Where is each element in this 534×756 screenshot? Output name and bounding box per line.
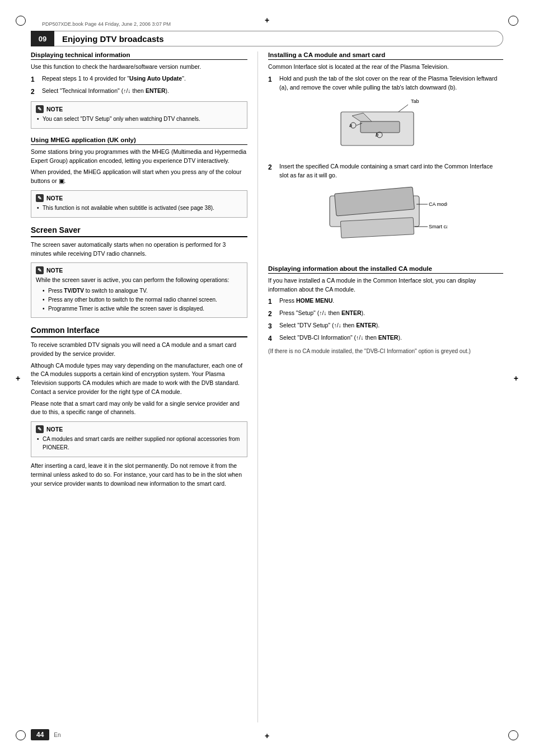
step-1-tech: 1 Repeat steps 1 to 4 provided for "Usin…	[31, 74, 247, 84]
body4-ci: After inserting a card, leave it in the …	[31, 462, 247, 488]
body1-ci: To receive scrambled DTV signals you wil…	[31, 341, 247, 359]
section-mheg: Using MHEG application (UK only) Some st…	[31, 137, 247, 218]
page-lang: En	[54, 732, 60, 738]
note-ci: ✎ NOTE CA modules and smart cards are ne…	[31, 421, 247, 457]
note-icon-mheg: ✎	[36, 194, 44, 202]
svg-text:CA module: CA module	[429, 201, 447, 207]
edge-mark-right: +	[514, 374, 518, 383]
edge-mark-left: +	[16, 374, 20, 383]
page-number: 44	[31, 729, 49, 740]
steps-ca-info: 1 Press HOME MENU. 2 Press "Setup" (↑/↓ …	[268, 297, 503, 344]
step-1-ca: 1 Hold and push the tab of the slot cove…	[268, 74, 503, 92]
heading-installing-ca: Installing a CA module and smart card	[268, 51, 503, 60]
heading-mheg: Using MHEG application (UK only)	[31, 137, 247, 145]
note-bullet-ss-2: Press any other button to switch to the …	[41, 295, 242, 304]
section-displaying-ca-info: Displaying information about the install…	[268, 265, 503, 356]
steps-installing-ca-2: 2 Insert the specified CA module contain…	[268, 162, 503, 180]
section-displaying-technical: Displaying technical information Use thi…	[31, 51, 247, 129]
file-info-bar: PDP507XDE.book Page 44 Friday, June 2, 2…	[42, 21, 171, 27]
heading-screen-saver: Screen Saver	[31, 226, 247, 237]
chapter-title-wrap: Enjoying DTV broadcasts	[54, 31, 503, 46]
heading-ca-info: Displaying information about the install…	[268, 265, 503, 274]
diagram-slot-cover: Tab a b	[268, 96, 503, 158]
step-4-ca-info: 4 Select "DVB-CI Information" (↑/↓ then …	[268, 334, 503, 344]
note-intro-screen-saver: While the screen saver is active, you ca…	[36, 276, 242, 285]
step-2-tech: 2 Select "Technical Information" (↑/↓ th…	[31, 87, 247, 97]
svg-text:Smart card: Smart card	[429, 224, 447, 229]
svg-rect-3	[360, 121, 400, 133]
note-bullet-ci: CA modules and smart cards are neither s…	[36, 435, 242, 452]
chapter-title: Enjoying DTV broadcasts	[62, 34, 164, 44]
ca-module-svg: CA module Smart card	[324, 185, 447, 257]
step-2-ca-info: 2 Press "Setup" (↑/↓ then ENTER).	[268, 309, 503, 319]
body2-ci: Although CA module types may vary depend…	[31, 361, 247, 397]
page-footer: 44 En	[31, 729, 61, 740]
body-screen-saver: The screen saver automatically starts wh…	[31, 241, 247, 259]
note-mheg: ✎ NOTE This function is not available wh…	[31, 190, 247, 218]
diagram-ca-module: CA module Smart card	[268, 185, 503, 257]
heading-displaying-technical: Displaying technical information	[31, 51, 247, 60]
corner-mark-bl	[16, 730, 26, 740]
svg-text:a: a	[349, 123, 352, 128]
edge-mark-top: +	[265, 16, 269, 25]
body-displaying-technical: Use this function to check the hardware/…	[31, 63, 247, 72]
step-2-ca: 2 Insert the specified CA module contain…	[268, 162, 503, 180]
body-ca-info: If you have installed a CA module in the…	[268, 276, 503, 294]
corner-mark-br	[508, 730, 518, 740]
body3-ci: Please note that a smart card may only b…	[31, 400, 247, 417]
note-ca-info: (If there is no CA module installed, the…	[268, 347, 503, 355]
note-icon-screen-saver: ✎	[36, 266, 44, 274]
note-icon: ✎	[36, 105, 44, 113]
note-bullet-1: You can select "DTV Setup" only when wat…	[36, 115, 242, 123]
main-content: Displaying technical information Use thi…	[31, 51, 503, 722]
heading-common-interface: Common Interface	[31, 326, 247, 337]
body-installing-ca: Common Interface slot is located at the …	[268, 63, 503, 72]
body2-mheg: When provided, the MHEG application will…	[31, 168, 247, 186]
note-screen-saver: ✎ NOTE While the screen saver is active,…	[31, 262, 247, 318]
note-displaying-technical: ✎ NOTE You can select "DTV Setup" only w…	[31, 101, 247, 129]
left-column: Displaying technical information Use thi…	[31, 51, 257, 722]
steps-installing-ca: 1 Hold and push the tab of the slot cove…	[268, 74, 503, 92]
corner-mark-tl	[16, 16, 26, 26]
header-bar: 09 Enjoying DTV broadcasts	[31, 31, 503, 46]
edge-mark-bottom: +	[265, 731, 269, 740]
corner-mark-tr	[508, 16, 518, 26]
svg-text:Tab: Tab	[411, 98, 419, 104]
step-3-ca-info: 3 Select "DTV Setup" (↑/↓ then ENTER).	[268, 321, 503, 331]
note-bullet-ss-1: Press TV/DTV to switch to analogue TV.	[41, 287, 242, 295]
svg-text:b: b	[376, 132, 378, 138]
note-bullet-mheg: This function is not available when subt…	[36, 204, 242, 212]
step-1-ca-info: 1 Press HOME MENU.	[268, 297, 503, 307]
section-common-interface: Common Interface To receive scrambled DT…	[31, 326, 247, 488]
note-bullet-ss-3: Programme Timer is active while the scre…	[41, 304, 242, 313]
note-icon-ci: ✎	[36, 425, 44, 433]
chapter-number: 09	[31, 31, 54, 46]
right-column: Installing a CA module and smart card Co…	[257, 51, 503, 722]
steps-displaying-technical: 1 Repeat steps 1 to 4 provided for "Usin…	[31, 74, 247, 97]
slot-diagram-svg: Tab a b	[330, 96, 442, 158]
svg-rect-11	[340, 217, 414, 238]
body1-mheg: Some stations bring you programmes with …	[31, 148, 247, 166]
section-installing-ca: Installing a CA module and smart card Co…	[268, 51, 503, 257]
section-screen-saver: Screen Saver The screen saver automatica…	[31, 226, 247, 318]
